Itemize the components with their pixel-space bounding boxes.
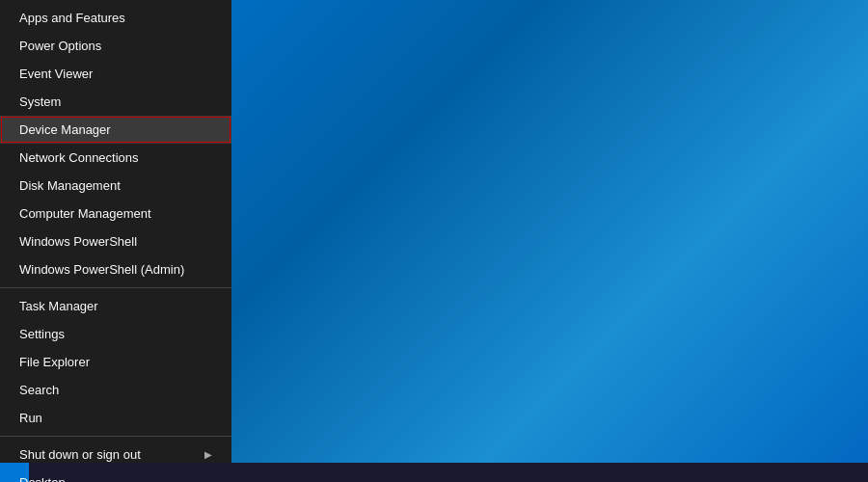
context-menu: Apps and FeaturesPower OptionsEvent View… <box>0 0 231 463</box>
menu-label-device-manager: Device Manager <box>19 122 111 137</box>
separator-sep2 <box>0 436 231 437</box>
menu-label-network-connections: Network Connections <box>19 150 139 165</box>
menu-item-disk-management[interactable]: Disk Management <box>0 172 231 200</box>
menu-item-search[interactable]: Search <box>0 376 231 404</box>
menu-item-device-manager[interactable]: Device Manager <box>0 116 231 144</box>
menu-item-desktop[interactable]: Desktop <box>0 469 231 482</box>
menu-item-run[interactable]: Run <box>0 404 231 432</box>
menu-label-run: Run <box>19 411 42 425</box>
menu-item-settings[interactable]: Settings <box>0 320 231 348</box>
menu-label-desktop: Desktop <box>19 475 66 482</box>
menu-item-computer-management[interactable]: Computer Management <box>0 200 231 228</box>
menu-item-event-viewer[interactable]: Event Viewer <box>0 60 231 88</box>
menu-label-file-explorer: File Explorer <box>19 355 90 369</box>
menu-label-apps-features: Apps and Features <box>19 11 125 25</box>
menu-label-disk-management: Disk Management <box>19 178 121 193</box>
menu-item-shut-down-sign-out[interactable]: Shut down or sign out▶ <box>0 441 231 469</box>
menu-item-task-manager[interactable]: Task Manager <box>0 292 231 320</box>
menu-item-system[interactable]: System <box>0 88 231 116</box>
menu-item-apps-features[interactable]: Apps and Features <box>0 4 231 32</box>
menu-item-windows-powershell[interactable]: Windows PowerShell <box>0 228 231 255</box>
chevron-right-icon: ▶ <box>204 449 212 460</box>
menu-item-network-connections[interactable]: Network Connections <box>0 144 231 172</box>
menu-label-event-viewer: Event Viewer <box>19 67 93 81</box>
menu-label-windows-powershell-admin: Windows PowerShell (Admin) <box>19 262 184 277</box>
menu-item-windows-powershell-admin[interactable]: Windows PowerShell (Admin) <box>0 255 231 283</box>
menu-label-windows-powershell: Windows PowerShell <box>19 234 137 249</box>
menu-label-search: Search <box>19 383 59 397</box>
menu-label-shut-down-sign-out: Shut down or sign out <box>19 447 141 462</box>
menu-label-task-manager: Task Manager <box>19 299 98 313</box>
menu-label-settings: Settings <box>19 327 65 341</box>
separator-sep1 <box>0 287 231 288</box>
menu-item-file-explorer[interactable]: File Explorer <box>0 348 231 376</box>
menu-label-power-options: Power Options <box>19 39 101 53</box>
desktop: Apps and FeaturesPower OptionsEvent View… <box>0 0 868 482</box>
menu-item-power-options[interactable]: Power Options <box>0 32 231 60</box>
menu-label-system: System <box>19 94 61 109</box>
menu-label-computer-management: Computer Management <box>19 206 151 221</box>
